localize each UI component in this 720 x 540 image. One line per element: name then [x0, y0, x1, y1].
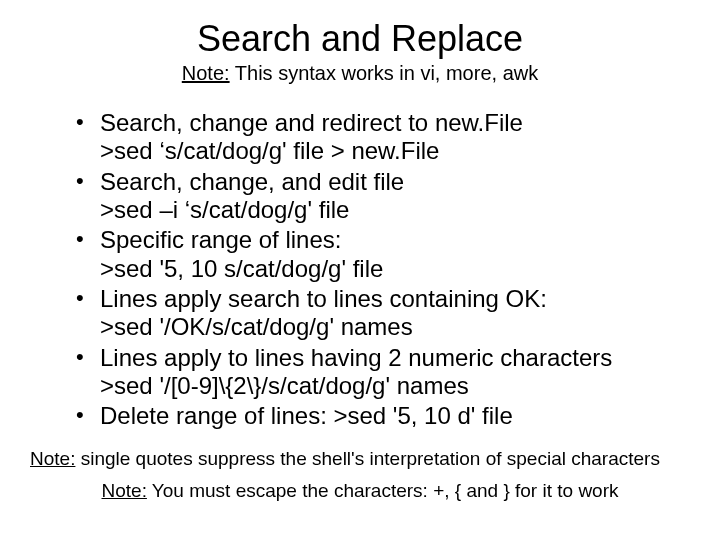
item-cmd: >sed –i ‘s/cat/dog/g' file	[100, 196, 680, 224]
item-desc: Search, change, and edit file	[100, 168, 404, 195]
list-item: Lines apply search to lines containing O…	[76, 285, 680, 342]
slide-subtitle: Note: This syntax works in vi, more, awk	[30, 62, 690, 85]
item-desc: Search, change and redirect to new.File	[100, 109, 523, 136]
list-item: Delete range of lines: >sed '5, 10 d' fi…	[76, 402, 680, 430]
item-cmd: >sed '/[0-9]\{2\}/s/cat/dog/g' names	[100, 372, 680, 400]
list-item: Search, change and redirect to new.File …	[76, 109, 680, 166]
subtitle-text: This syntax works in vi, more, awk	[230, 62, 539, 84]
bullet-list: Search, change and redirect to new.File …	[30, 109, 690, 430]
slide: Search and Replace Note: This syntax wor…	[0, 0, 720, 540]
list-item: Specific range of lines: >sed '5, 10 s/c…	[76, 226, 680, 283]
footnote-1-text: single quotes suppress the shell's inter…	[75, 448, 660, 469]
item-desc: Lines apply to lines having 2 numeric ch…	[100, 344, 612, 371]
item-cmd: >sed ‘s/cat/dog/g' file > new.File	[100, 137, 680, 165]
footnote-1-label: Note:	[30, 448, 75, 469]
list-item: Search, change, and edit file >sed –i ‘s…	[76, 168, 680, 225]
footnote-1: Note: single quotes suppress the shell's…	[30, 448, 690, 470]
list-item: Lines apply to lines having 2 numeric ch…	[76, 344, 680, 401]
item-desc: Lines apply search to lines containing O…	[100, 285, 547, 312]
footnote-2-text: You must escape the characters: +, { and…	[147, 480, 619, 501]
item-desc: Delete range of lines: >sed '5, 10 d' fi…	[100, 402, 513, 429]
item-desc: Specific range of lines:	[100, 226, 341, 253]
item-cmd: >sed '5, 10 s/cat/dog/g' file	[100, 255, 680, 283]
slide-title: Search and Replace	[30, 18, 690, 60]
item-cmd: >sed '/OK/s/cat/dog/g' names	[100, 313, 680, 341]
subtitle-label: Note:	[182, 62, 230, 84]
footnote-2: Note: You must escape the characters: +,…	[30, 480, 690, 502]
footnote-2-label: Note:	[102, 480, 147, 501]
